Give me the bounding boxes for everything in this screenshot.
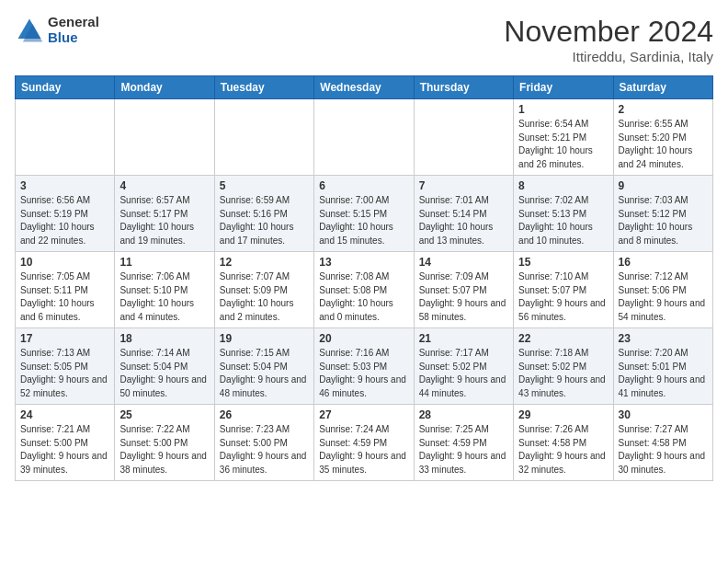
day-info: Sunrise: 7:18 AM Sunset: 5:02 PM Dayligh… <box>518 347 608 400</box>
calendar-cell: 8Sunrise: 7:02 AM Sunset: 5:13 PM Daylig… <box>514 176 613 252</box>
page-header: General Blue November 2024 Ittireddu, Sa… <box>15 15 713 64</box>
day-number: 25 <box>119 408 209 421</box>
calendar-cell: 17Sunrise: 7:13 AM Sunset: 5:05 PM Dayli… <box>16 328 115 405</box>
day-number: 26 <box>220 408 309 421</box>
weekday-header-monday: Monday <box>115 76 214 99</box>
day-number: 24 <box>20 408 109 421</box>
calendar-cell: 26Sunrise: 7:23 AM Sunset: 5:00 PM Dayli… <box>214 405 313 481</box>
calendar-cell <box>115 99 214 176</box>
logo-blue: Blue <box>48 30 99 46</box>
day-info: Sunrise: 6:55 AM Sunset: 5:20 PM Dayligh… <box>619 118 708 171</box>
calendar-cell: 11Sunrise: 7:06 AM Sunset: 5:10 PM Dayli… <box>115 252 214 328</box>
day-info: Sunrise: 7:23 AM Sunset: 5:00 PM Dayligh… <box>220 423 309 477</box>
calendar-cell: 22Sunrise: 7:18 AM Sunset: 5:02 PM Dayli… <box>514 328 613 405</box>
calendar-cell <box>414 99 513 176</box>
calendar-cell: 29Sunrise: 7:26 AM Sunset: 4:58 PM Dayli… <box>514 405 613 481</box>
day-info: Sunrise: 7:03 AM Sunset: 5:12 PM Dayligh… <box>619 194 708 247</box>
day-number: 29 <box>518 408 608 421</box>
logo-text: General Blue <box>48 15 99 45</box>
day-info: Sunrise: 6:57 AM Sunset: 5:17 PM Dayligh… <box>119 194 209 247</box>
calendar-week-1: 1Sunrise: 6:54 AM Sunset: 5:21 PM Daylig… <box>16 99 713 176</box>
day-info: Sunrise: 7:27 AM Sunset: 4:58 PM Dayligh… <box>619 423 708 477</box>
calendar-cell: 14Sunrise: 7:09 AM Sunset: 5:07 PM Dayli… <box>414 252 513 328</box>
day-number: 6 <box>319 179 408 192</box>
day-info: Sunrise: 6:56 AM Sunset: 5:19 PM Dayligh… <box>20 194 109 247</box>
day-number: 28 <box>419 408 508 421</box>
calendar-cell: 13Sunrise: 7:08 AM Sunset: 5:08 PM Dayli… <box>314 252 414 328</box>
calendar-cell: 21Sunrise: 7:17 AM Sunset: 5:02 PM Dayli… <box>414 328 513 405</box>
calendar-week-2: 3Sunrise: 6:56 AM Sunset: 5:19 PM Daylig… <box>16 176 713 252</box>
calendar-cell: 3Sunrise: 6:56 AM Sunset: 5:19 PM Daylig… <box>16 176 115 252</box>
day-info: Sunrise: 7:01 AM Sunset: 5:14 PM Dayligh… <box>419 194 508 247</box>
calendar-cell: 4Sunrise: 6:57 AM Sunset: 5:17 PM Daylig… <box>115 176 214 252</box>
day-info: Sunrise: 7:24 AM Sunset: 4:59 PM Dayligh… <box>319 423 408 477</box>
calendar-cell: 9Sunrise: 7:03 AM Sunset: 5:12 PM Daylig… <box>613 176 712 252</box>
day-info: Sunrise: 7:21 AM Sunset: 5:00 PM Dayligh… <box>20 423 109 477</box>
day-number: 22 <box>518 332 608 345</box>
day-number: 30 <box>619 408 708 421</box>
logo-general: General <box>48 15 99 30</box>
logo: General Blue <box>15 15 99 45</box>
title-block: November 2024 Ittireddu, Sardinia, Italy <box>504 15 713 64</box>
calendar-cell: 19Sunrise: 7:15 AM Sunset: 5:04 PM Dayli… <box>214 328 313 405</box>
day-number: 19 <box>220 332 309 345</box>
day-number: 4 <box>119 179 209 192</box>
calendar-cell: 28Sunrise: 7:25 AM Sunset: 4:59 PM Dayli… <box>414 405 513 481</box>
day-number: 17 <box>20 332 109 345</box>
weekday-header-saturday: Saturday <box>613 76 712 99</box>
day-info: Sunrise: 7:15 AM Sunset: 5:04 PM Dayligh… <box>220 347 309 400</box>
calendar-cell: 20Sunrise: 7:16 AM Sunset: 5:03 PM Dayli… <box>314 328 414 405</box>
calendar-cell: 25Sunrise: 7:22 AM Sunset: 5:00 PM Dayli… <box>115 405 214 481</box>
day-number: 2 <box>619 103 708 116</box>
day-number: 13 <box>319 256 408 269</box>
calendar-week-5: 24Sunrise: 7:21 AM Sunset: 5:00 PM Dayli… <box>16 405 713 481</box>
calendar-table: SundayMondayTuesdayWednesdayThursdayFrid… <box>15 75 713 481</box>
day-info: Sunrise: 7:02 AM Sunset: 5:13 PM Dayligh… <box>518 194 608 247</box>
day-info: Sunrise: 7:06 AM Sunset: 5:10 PM Dayligh… <box>119 270 209 324</box>
day-number: 14 <box>419 256 508 269</box>
day-info: Sunrise: 6:54 AM Sunset: 5:21 PM Dayligh… <box>518 118 608 171</box>
day-number: 21 <box>419 332 508 345</box>
calendar-cell <box>314 99 414 176</box>
day-info: Sunrise: 7:05 AM Sunset: 5:11 PM Dayligh… <box>20 270 109 324</box>
weekday-header-wednesday: Wednesday <box>314 76 414 99</box>
day-info: Sunrise: 7:16 AM Sunset: 5:03 PM Dayligh… <box>319 347 408 400</box>
day-info: Sunrise: 7:25 AM Sunset: 4:59 PM Dayligh… <box>419 423 508 477</box>
weekday-header-sunday: Sunday <box>16 76 115 99</box>
weekday-header-row: SundayMondayTuesdayWednesdayThursdayFrid… <box>16 76 713 99</box>
weekday-header-tuesday: Tuesday <box>214 76 313 99</box>
day-number: 12 <box>220 256 309 269</box>
weekday-header-thursday: Thursday <box>414 76 513 99</box>
day-number: 20 <box>319 332 408 345</box>
day-info: Sunrise: 7:07 AM Sunset: 5:09 PM Dayligh… <box>220 270 309 324</box>
logo-icon <box>15 16 44 45</box>
calendar-cell: 7Sunrise: 7:01 AM Sunset: 5:14 PM Daylig… <box>414 176 513 252</box>
calendar-cell <box>214 99 313 176</box>
day-info: Sunrise: 7:14 AM Sunset: 5:04 PM Dayligh… <box>119 347 209 400</box>
day-info: Sunrise: 7:13 AM Sunset: 5:05 PM Dayligh… <box>20 347 109 400</box>
day-info: Sunrise: 7:20 AM Sunset: 5:01 PM Dayligh… <box>619 347 708 400</box>
day-number: 23 <box>619 332 708 345</box>
day-number: 9 <box>619 179 708 192</box>
day-number: 11 <box>119 256 209 269</box>
day-number: 3 <box>20 179 109 192</box>
day-number: 8 <box>518 179 608 192</box>
calendar-cell: 18Sunrise: 7:14 AM Sunset: 5:04 PM Dayli… <box>115 328 214 405</box>
day-info: Sunrise: 6:59 AM Sunset: 5:16 PM Dayligh… <box>220 194 309 247</box>
calendar-cell: 24Sunrise: 7:21 AM Sunset: 5:00 PM Dayli… <box>16 405 115 481</box>
day-info: Sunrise: 7:26 AM Sunset: 4:58 PM Dayligh… <box>518 423 608 477</box>
day-number: 5 <box>220 179 309 192</box>
calendar-cell: 5Sunrise: 6:59 AM Sunset: 5:16 PM Daylig… <box>214 176 313 252</box>
calendar-cell: 2Sunrise: 6:55 AM Sunset: 5:20 PM Daylig… <box>613 99 712 176</box>
day-info: Sunrise: 7:22 AM Sunset: 5:00 PM Dayligh… <box>119 423 209 477</box>
calendar-cell: 10Sunrise: 7:05 AM Sunset: 5:11 PM Dayli… <box>16 252 115 328</box>
day-number: 16 <box>619 256 708 269</box>
calendar-cell: 1Sunrise: 6:54 AM Sunset: 5:21 PM Daylig… <box>514 99 613 176</box>
day-number: 10 <box>20 256 109 269</box>
calendar-week-4: 17Sunrise: 7:13 AM Sunset: 5:05 PM Dayli… <box>16 328 713 405</box>
calendar-week-3: 10Sunrise: 7:05 AM Sunset: 5:11 PM Dayli… <box>16 252 713 328</box>
calendar-cell: 30Sunrise: 7:27 AM Sunset: 4:58 PM Dayli… <box>613 405 712 481</box>
day-info: Sunrise: 7:08 AM Sunset: 5:08 PM Dayligh… <box>319 270 408 324</box>
calendar-cell <box>16 99 115 176</box>
calendar-cell: 16Sunrise: 7:12 AM Sunset: 5:06 PM Dayli… <box>613 252 712 328</box>
